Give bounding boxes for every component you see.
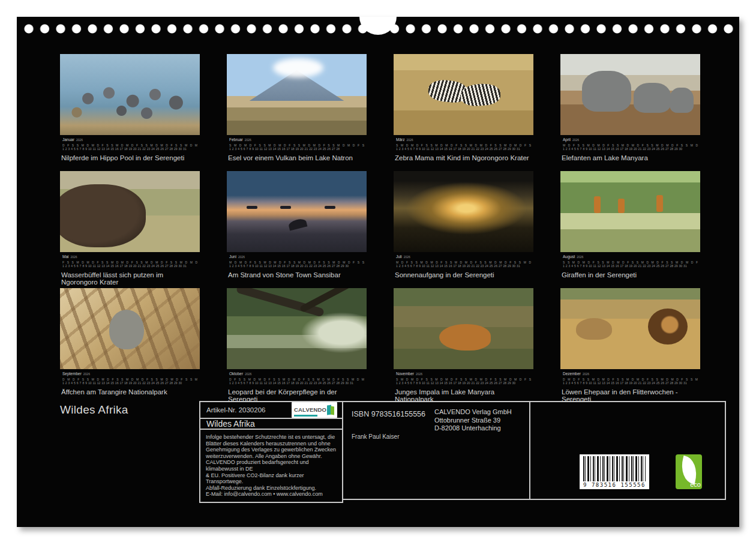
month-cell-march: März2026 S M D M D F S S M D M D F S S M… bbox=[394, 54, 533, 162]
photo-caption: Nilpferde im Hippo Pool in der Serengeti bbox=[60, 154, 200, 161]
month-thumbnail-grid: Januar2026 D F S S M D M D F S S M D M D… bbox=[60, 54, 700, 396]
photo-buffalo bbox=[60, 171, 200, 252]
mini-calendar-month: September bbox=[62, 372, 82, 376]
isbn-number: ISBN 9783516155556 bbox=[352, 410, 425, 418]
month-cell-june: Juni2026 M D M D F S S M D M D F S S M D… bbox=[227, 171, 367, 279]
mini-calendar-february: Februar2026 S M D M D F S S M D M D F S … bbox=[227, 137, 367, 151]
mini-calendar-month: April bbox=[563, 137, 571, 142]
publisher-line: Ottobrunner Straße 39 bbox=[434, 417, 512, 425]
mini-calendar-year: 2026 bbox=[416, 372, 422, 376]
photo-zebras bbox=[394, 54, 533, 135]
mini-calendar-day-row: 1 2 3 4 5 6 7 8 9 10 11 12 13 14 15 16 1… bbox=[396, 264, 533, 268]
mini-calendar-month: Februar bbox=[229, 137, 243, 142]
zebra-shape bbox=[460, 83, 501, 107]
mini-calendar-october: Oktober2026 D F S S M D M D F S S M D M … bbox=[227, 372, 367, 385]
mini-calendar-year: 2026 bbox=[577, 255, 583, 259]
legal-line: Blätter dieses Kalenders herauszutrennen… bbox=[206, 441, 337, 447]
photo-caption: Zebra Mama mit Kind im Ngorongoro Krater bbox=[394, 154, 533, 161]
mini-calendar-year: 2026 bbox=[76, 138, 83, 142]
mini-calendar-day-row: 1 2 3 4 5 6 7 8 9 10 11 12 13 14 15 16 1… bbox=[563, 264, 700, 268]
ean-barcode: 9 783516 155556 bbox=[580, 454, 649, 489]
footer-title: Wildes Afrika bbox=[206, 419, 255, 429]
month-cell-september: September2026 D M D F S S M D M D F S S … bbox=[60, 288, 200, 396]
month-cell-april: April2026 M D F S S M D M D F S S M D M … bbox=[560, 54, 700, 162]
mini-calendar-year: 2026 bbox=[70, 255, 77, 259]
month-cell-december: Dezember2026 D M D F S S M D M D F S S M… bbox=[560, 288, 700, 396]
mini-calendar-day-row: 1 2 3 4 5 6 7 8 9 10 11 12 13 14 15 16 1… bbox=[62, 264, 200, 268]
mini-calendar-month: November bbox=[396, 372, 414, 376]
month-cell-may: Mai2026 F S S M D M D F S S M D M D F S … bbox=[60, 171, 200, 279]
footer-title-box: Wildes Afrika bbox=[199, 418, 343, 430]
legal-line: CALVENDO produziert bedarfsgerecht und k… bbox=[206, 459, 337, 472]
elephant-shape bbox=[670, 88, 694, 113]
impala-shape bbox=[439, 324, 491, 351]
publisher-address: CALVENDO Verlag GmbH Ottobrunner Straße … bbox=[434, 408, 512, 433]
photo-impala bbox=[394, 288, 533, 369]
legal-text-box: Infolge bestehender Schutzrechte ist es … bbox=[199, 429, 343, 503]
mini-calendar-day-row: 1 2 3 4 5 6 7 8 9 10 11 12 13 14 15 16 1… bbox=[229, 264, 367, 268]
branch-shape bbox=[299, 288, 360, 313]
mini-calendar-year: 2026 bbox=[245, 372, 251, 376]
month-cell-october: Oktober2026 D F S S M D M D F S S M D M … bbox=[227, 288, 367, 396]
calvendo-tagline-bar bbox=[294, 415, 327, 417]
boat-shape bbox=[325, 206, 335, 209]
barcode-box: 9 783516 155556 eco bbox=[529, 401, 726, 500]
photo-caption: Elefanten am Lake Manyara bbox=[560, 154, 700, 161]
eco-label: eco bbox=[676, 481, 701, 488]
photo-caption: Giraffen in der Serengeti bbox=[560, 271, 700, 279]
mini-calendar-month: Juni bbox=[229, 254, 236, 259]
elephant-shape bbox=[634, 83, 671, 113]
mini-calendar-month: Juli bbox=[396, 254, 402, 259]
mini-calendar-day-row: 1 2 3 4 5 6 7 8 9 10 11 12 13 14 15 16 1… bbox=[396, 381, 533, 385]
photo-giraffes bbox=[560, 171, 700, 252]
calvendo-wordmark: CALVENDO bbox=[294, 406, 326, 413]
mini-calendar-january: Januar2026 D F S S M D M D F S S M D M D… bbox=[60, 137, 200, 151]
legal-line: Infolge bestehender Schutzrechte ist es … bbox=[206, 434, 337, 441]
legal-line: E-Mail: info@calvendo.com • www.calvendo… bbox=[206, 491, 337, 498]
mini-calendar-august: August2026 S S M D M D F S S M D M D F S… bbox=[560, 254, 700, 268]
mini-calendar-june: Juni2026 M D M D F S S M D M D F S S M D… bbox=[227, 254, 367, 268]
mini-calendar-september: September2026 D M D F S S M D M D F S S … bbox=[60, 372, 200, 385]
photo-leopard-tree bbox=[227, 288, 367, 369]
cloud-shape bbox=[273, 58, 323, 77]
mini-calendar-month: August bbox=[563, 254, 575, 259]
photo-volcano-donkeys bbox=[227, 54, 367, 135]
publisher-info-panel: Artikel-Nr. 2030206 CALVENDO Wildes Afri… bbox=[199, 401, 726, 500]
legal-line: weiterzuverwenden. Alle Angaben ohne Gew… bbox=[206, 453, 337, 460]
mini-calendar-day-row: 1 2 3 4 5 6 7 8 9 10 11 12 13 14 15 16 1… bbox=[563, 147, 700, 151]
mini-calendar-day-row: 1 2 3 4 5 6 7 8 9 10 11 12 13 14 15 16 1… bbox=[229, 381, 367, 385]
calvendo-logo: CALVENDO bbox=[292, 402, 337, 418]
buffalo-shape bbox=[60, 184, 146, 247]
mini-calendar-day-row: 1 2 3 4 5 6 7 8 9 10 11 12 13 14 15 16 1… bbox=[62, 381, 200, 385]
photo-beach-sunset bbox=[227, 171, 367, 252]
lion-shape bbox=[648, 309, 688, 345]
month-cell-january: Januar2026 D F S S M D M D F S S M D M D… bbox=[60, 54, 200, 162]
calvendo-logo-text: CALVENDO bbox=[294, 403, 327, 417]
giraffe-shape bbox=[594, 196, 601, 213]
photo-caption: Sonnenaufgang in der Serengeti bbox=[394, 271, 533, 279]
mini-calendar-year: 2026 bbox=[404, 255, 410, 259]
month-cell-november: November2026 S M D M D F S S M D M D F S… bbox=[394, 288, 533, 396]
monkey-shape bbox=[109, 310, 144, 349]
legal-line: Abfall-Reduzierung dank Einzelstückferti… bbox=[206, 485, 337, 492]
mini-calendar-month: Dezember bbox=[563, 372, 581, 376]
mini-calendar-day-row: 1 2 3 4 5 6 7 8 9 10 11 12 13 14 15 16 1… bbox=[229, 147, 367, 151]
mini-calendar-march: März2026 S M D M D F S S M D M D F S S M… bbox=[394, 137, 533, 151]
calendar-back-sheet: Januar2026 D F S S M D M D F S S M D M D… bbox=[17, 17, 739, 527]
publisher-line: CALVENDO Verlag GmbH bbox=[434, 408, 512, 417]
lioness-shape bbox=[576, 318, 612, 340]
calvendo-book-icon bbox=[327, 405, 335, 415]
month-cell-july: Juli2026 M D F S S M D M D F S S M D M D… bbox=[394, 171, 533, 279]
mini-calendar-month: Oktober bbox=[229, 372, 243, 376]
article-number: Artikel-Nr. 2030206 bbox=[206, 406, 265, 414]
mini-calendar-year: 2026 bbox=[83, 372, 90, 376]
leaf-icon bbox=[677, 456, 700, 484]
mini-calendar-year: 2026 bbox=[572, 138, 579, 142]
mini-calendar-july: Juli2026 M D F S S M D M D F S S M D M D… bbox=[394, 254, 533, 268]
mini-calendar-month: Januar bbox=[62, 137, 74, 142]
mini-calendar-may: Mai2026 F S S M D M D F S S M D M D F S … bbox=[60, 254, 200, 268]
mini-calendar-day-row: 1 2 3 4 5 6 7 8 9 10 11 12 13 14 15 16 1… bbox=[396, 147, 533, 151]
publisher-line: D-82008 Unterhaching bbox=[434, 424, 512, 433]
legal-line: & EU. Positivere CO2-Bilanz dank kurzer … bbox=[206, 472, 337, 485]
photo-hippos bbox=[60, 54, 200, 135]
